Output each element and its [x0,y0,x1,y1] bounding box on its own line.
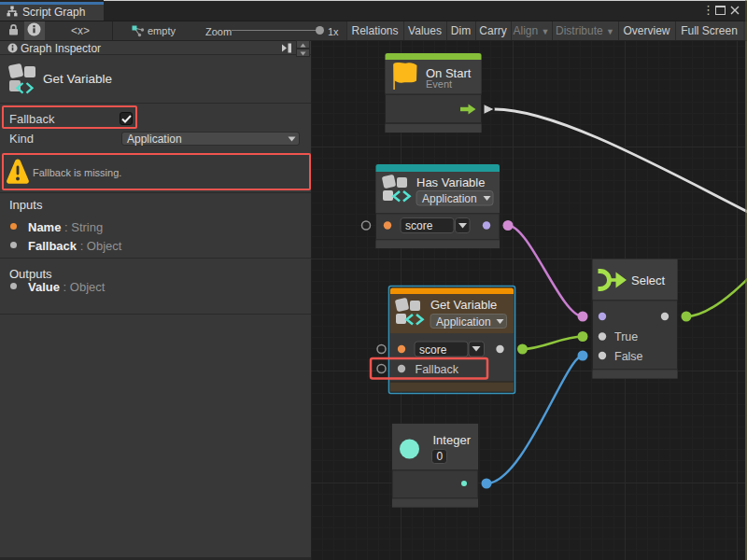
svg-text:Integer: Integer [433,433,472,447]
svg-text:Application: Application [422,192,477,205]
svg-text:False: False [614,350,643,363]
svg-text:Event: Event [426,78,452,90]
svg-text:Select: Select [631,273,666,287]
svg-text:Get Variable: Get Variable [430,298,497,312]
svg-text:0: 0 [437,450,444,463]
svg-text:Fallback: Fallback [416,363,459,376]
svg-text:score: score [405,219,433,232]
svg-text:Has Variable: Has Variable [416,175,485,189]
svg-text:score: score [419,343,447,357]
svg-text:Application: Application [436,315,491,329]
svg-text:True: True [614,330,638,343]
